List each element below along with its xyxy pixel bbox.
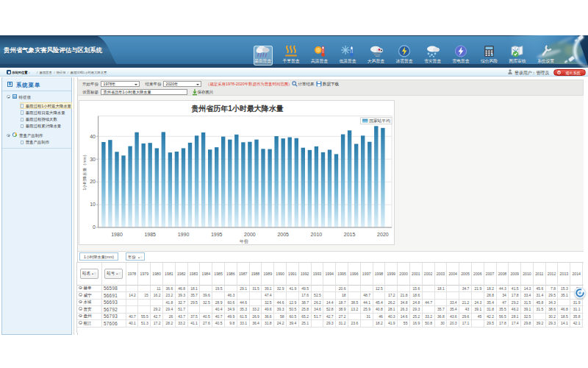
svg-text:20: 20 <box>90 179 96 184</box>
svg-text:贵州省历年1小时最大降水量: 贵州省历年1小时最大降水量 <box>190 105 284 113</box>
svg-text:1995: 1995 <box>211 232 223 237</box>
svg-text:2015: 2015 <box>344 232 356 237</box>
svg-text:10: 10 <box>90 202 96 207</box>
svg-text:40: 40 <box>90 134 96 139</box>
svg-text:1980: 1980 <box>111 232 123 237</box>
svg-text:年份: 年份 <box>240 238 248 244</box>
svg-text:2020: 2020 <box>377 232 389 237</box>
svg-text:国家站平均: 国家站平均 <box>369 118 390 124</box>
svg-text:2005: 2005 <box>277 232 289 237</box>
svg-text:2000: 2000 <box>244 232 256 237</box>
svg-text:30: 30 <box>90 157 96 162</box>
svg-text:2010: 2010 <box>311 232 323 237</box>
svg-text:0: 0 <box>93 224 96 230</box>
svg-text:1小时降水量（mm）: 1小时降水量（mm） <box>82 152 87 191</box>
svg-text:1990: 1990 <box>178 232 190 237</box>
svg-text:1985: 1985 <box>144 232 156 237</box>
